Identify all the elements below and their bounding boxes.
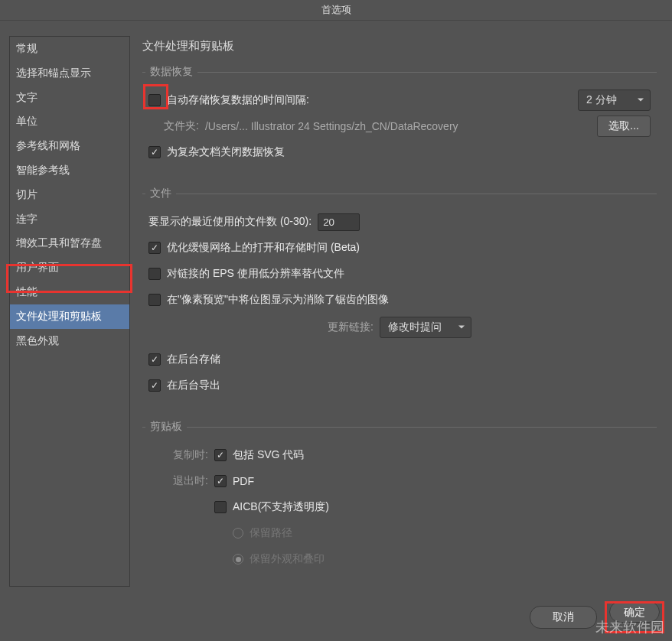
update-links-select[interactable]: 修改时提问	[380, 317, 471, 338]
bg-export-checkbox[interactable]	[148, 379, 161, 392]
window-title: 首选项	[0, 0, 672, 21]
optimize-network-label: 优化缓慢网络上的打开和存储时间 (Beta)	[167, 241, 360, 255]
recent-files-input[interactable]	[318, 213, 360, 231]
sidebar-item-smart-guides[interactable]: 智能参考线	[10, 158, 129, 183]
copy-label: 复制时:	[148, 448, 208, 462]
choose-folder-button[interactable]: 选取...	[597, 116, 651, 137]
ok-button[interactable]: 确定	[609, 601, 660, 623]
recent-files-label: 要显示的最近使用的文件数 (0-30):	[148, 215, 312, 229]
section-title-files: 文件	[145, 187, 176, 200]
sidebar-item-file-clipboard[interactable]: 文件处理和剪贴板	[10, 304, 129, 329]
sidebar-item-ui[interactable]: 用户界面	[10, 255, 129, 280]
svg-label: 包括 SVG 代码	[233, 448, 304, 462]
sidebar-item-type[interactable]: 文字	[10, 86, 129, 110]
page-title: 文件处理和剪贴板	[142, 39, 657, 54]
sidebar-item-general[interactable]: 常规	[10, 37, 129, 61]
cancel-button[interactable]: 取消	[530, 606, 597, 629]
sidebar-item-black[interactable]: 黑色外观	[10, 329, 129, 353]
optimize-network-checkbox[interactable]	[148, 242, 161, 254]
pdf-label: PDF	[233, 475, 254, 487]
folder-label: 文件夹:	[164, 119, 199, 133]
sidebar-item-selection[interactable]: 选择和锚点显示	[10, 61, 129, 86]
sidebar-item-hyphenation[interactable]: 连字	[10, 207, 129, 232]
section-files: 文件 要显示的最近使用的文件数 (0-30): 优化缓慢网络上的打开和存储时间 …	[142, 194, 657, 412]
bg-save-checkbox[interactable]	[148, 353, 161, 366]
section-clipboard: 剪贴板 复制时: 包括 SVG 代码 退出时: PDF AICB(不支持透明度)	[142, 427, 657, 585]
sidebar: 常规 选择和锚点显示 文字 单位 参考线和网格 智能参考线 切片 连字 增效工具…	[9, 36, 130, 587]
sidebar-item-slices[interactable]: 切片	[10, 183, 129, 207]
sidebar-item-units[interactable]: 单位	[10, 109, 129, 134]
preserve-paths-label: 保留路径	[250, 526, 292, 540]
update-links-label: 更新链接:	[328, 320, 374, 334]
aicb-label: AICB(不支持透明度)	[233, 500, 329, 514]
section-title-clipboard: 剪贴板	[145, 420, 187, 434]
sidebar-item-guides[interactable]: 参考线和网格	[10, 134, 129, 158]
turn-off-recovery-label: 为复杂文档关闭数据恢复	[167, 145, 285, 159]
section-title-data-recovery: 数据恢复	[145, 65, 197, 79]
pdf-checkbox[interactable]	[214, 475, 227, 487]
sidebar-item-performance[interactable]: 性能	[10, 280, 129, 304]
bg-save-label: 在后台存储	[167, 353, 220, 366]
preserve-paths-radio[interactable]	[233, 528, 243, 539]
aicb-checkbox[interactable]	[214, 501, 227, 513]
pixel-preview-label: 在"像素预览"中将位图显示为消除了锯齿的图像	[167, 293, 389, 307]
preserve-appearance-label: 保留外观和叠印	[250, 552, 325, 566]
sidebar-item-plugins[interactable]: 增效工具和暂存盘	[10, 231, 129, 255]
quit-label: 退出时:	[148, 474, 208, 488]
eps-lowres-label: 对链接的 EPS 使用低分辨率替代文件	[167, 267, 344, 281]
pixel-preview-checkbox[interactable]	[148, 294, 161, 306]
bg-export-label: 在后台导出	[167, 379, 220, 392]
turn-off-recovery-checkbox[interactable]	[148, 146, 161, 158]
auto-save-label: 自动存储恢复数据的时间间隔:	[167, 93, 309, 107]
preserve-appearance-radio[interactable]	[233, 554, 243, 565]
section-data-recovery: 数据恢复 自动存储恢复数据的时间间隔: 2 分钟 文件夹: /Users/...…	[142, 72, 657, 178]
auto-save-checkbox[interactable]	[148, 94, 161, 106]
svg-checkbox[interactable]	[214, 449, 227, 461]
footer: 取消 确定 未来软件园 mac.orsoon.com	[0, 595, 672, 641]
eps-lowres-checkbox[interactable]	[148, 268, 161, 280]
folder-path: /Users/... Illustrator 24 Settings/zh_CN…	[205, 120, 458, 132]
watermark-sub: mac.orsoon.com	[596, 638, 658, 641]
auto-save-interval-select[interactable]: 2 分钟	[578, 89, 651, 111]
